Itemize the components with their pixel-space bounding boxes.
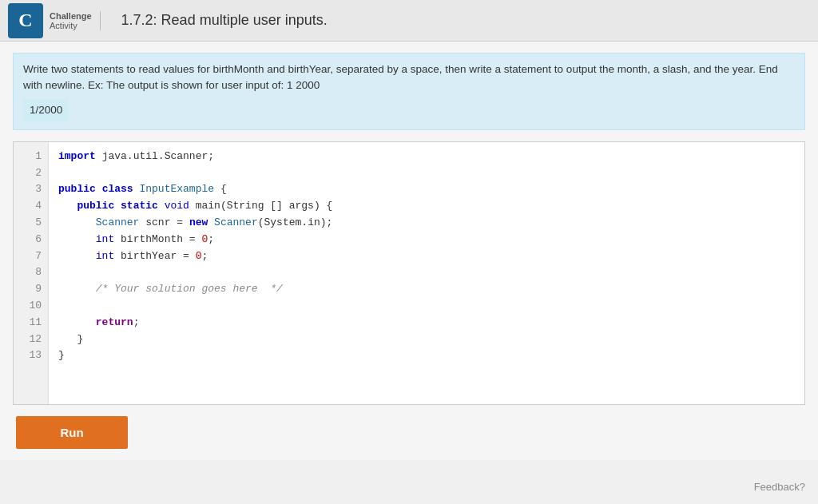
code-line-10 bbox=[58, 298, 795, 315]
header: C Challenge Activity 1.7.2: Read multipl… bbox=[0, 0, 818, 42]
code-line-7: int birthYear = 0; bbox=[58, 248, 795, 265]
code-line-5: Scanner scnr = new Scanner(System.in); bbox=[58, 215, 795, 232]
activity-label: Activity bbox=[50, 21, 92, 30]
feedback-anchor[interactable]: Feedback? bbox=[754, 481, 805, 493]
main-content: Write two statements to read values for … bbox=[0, 42, 818, 460]
run-button[interactable]: Run bbox=[16, 416, 128, 449]
code-line-13: } bbox=[58, 347, 795, 364]
code-line-1: import java.util.Scanner; bbox=[58, 149, 795, 165]
logo-letter: C bbox=[18, 10, 32, 31]
code-line-3: public class InputExample { bbox=[58, 181, 795, 198]
header-label: Challenge Activity bbox=[50, 11, 101, 30]
page-title: 1.7.2: Read multiple user inputs. bbox=[121, 12, 328, 29]
instructions-box: Write two statements to read values for … bbox=[13, 53, 805, 130]
feedback-link[interactable]: Feedback? bbox=[754, 481, 805, 493]
code-line-9: /* Your solution goes here */ bbox=[58, 281, 795, 298]
code-line-2 bbox=[58, 165, 795, 182]
logo: C bbox=[8, 3, 43, 38]
output-example: 1/2000 bbox=[23, 99, 69, 121]
code-editor[interactable]: 1 2 3 4 5 6 7 8 9 10 11 12 13 import jav… bbox=[13, 141, 805, 405]
run-section: Run bbox=[13, 416, 805, 449]
line-numbers: 1 2 3 4 5 6 7 8 9 10 11 12 13 bbox=[14, 142, 49, 404]
instructions-text: Write two statements to read values for … bbox=[23, 63, 778, 91]
code-line-6: int birthMonth = 0; bbox=[58, 232, 795, 248]
code-content[interactable]: import java.util.Scanner; public class I… bbox=[49, 142, 804, 404]
code-line-4: public static void main(String [] args) … bbox=[58, 198, 795, 215]
code-line-11: return; bbox=[58, 315, 795, 331]
code-line-12: } bbox=[58, 331, 795, 348]
challenge-label: Challenge bbox=[50, 11, 92, 21]
code-line-8 bbox=[58, 264, 795, 281]
